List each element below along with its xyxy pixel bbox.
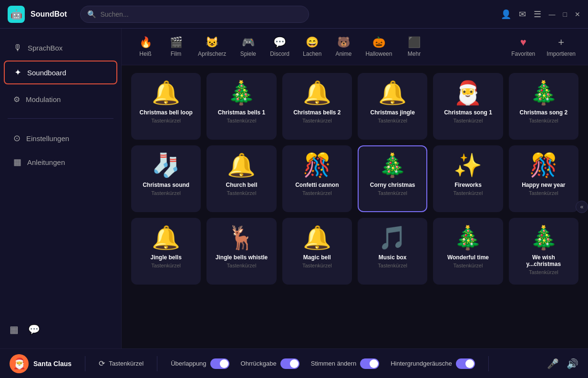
- sound-name-christmas-song-1: Christmas song 1: [444, 109, 492, 116]
- sound-card-christmas-song-2[interactable]: 🎄Christmas song 2Tastenkürzel: [509, 73, 578, 140]
- sound-card-christmas-sound[interactable]: 🧦Christmas soundTastenkürzel: [131, 145, 201, 212]
- sound-icon-christmas-sound: 🧦: [152, 154, 180, 177]
- halloween-icon: 🎃: [372, 36, 385, 49]
- sound-name-christmas-bells-1: Christmas bells 1: [218, 109, 265, 116]
- grid-icon[interactable]: ▦: [10, 324, 19, 335]
- mail-icon[interactable]: ✉: [519, 9, 526, 20]
- sound-card-jingle-bells[interactable]: 🔔Jingle bellsTastenkürzel: [131, 218, 201, 285]
- sound-icon-jingle-bells-whistle: 🦌: [227, 226, 256, 249]
- discord-icon: 💬: [273, 36, 286, 49]
- cat-tab-discord[interactable]: 💬 Discord: [264, 33, 295, 60]
- speaker-icon[interactable]: 🔊: [567, 358, 578, 369]
- chat-icon[interactable]: 💬: [28, 324, 40, 335]
- search-input[interactable]: [100, 10, 302, 18]
- sound-shortcut-wonderful-time: Tastenkürzel: [454, 263, 483, 268]
- ueberlappung-toggle[interactable]: [210, 358, 229, 369]
- maximize-button[interactable]: □: [563, 10, 567, 18]
- sound-card-happy-new-year[interactable]: 🎊Happy new yearTastenkürzel: [509, 145, 578, 212]
- cat-tab-mehr[interactable]: ⬛ Mehr: [400, 33, 428, 60]
- sound-shortcut-christmas-sound: Tastenkürzel: [151, 190, 181, 196]
- sidebar-divider: [8, 118, 113, 119]
- sound-icon-music-box: 🎵: [378, 226, 407, 249]
- sound-card-we-wish-christmas[interactable]: 🎄We wish y...christmasTastenkürzel: [509, 218, 578, 285]
- cat-tab-film[interactable]: 🎬 Film: [162, 33, 190, 60]
- collapse-button[interactable]: «: [576, 201, 588, 213]
- menu-icon[interactable]: ☰: [534, 9, 541, 20]
- sound-card-christmas-bells-2[interactable]: 🔔Christmas bells 2Tastenkürzel: [282, 73, 352, 140]
- ohrrueckgabe-toggle[interactable]: [280, 358, 299, 369]
- cat-label-lachen: Lachen: [303, 51, 321, 57]
- sidebar-item-sprachbox[interactable]: 🎙 SprachBox: [4, 37, 117, 59]
- games-icon: 🎮: [242, 36, 255, 49]
- user-info: 🎅 Santa Claus: [10, 354, 72, 373]
- sound-card-christmas-bell-loop[interactable]: 🔔Christmas bell loopTastenkürzel: [131, 73, 201, 140]
- stimmen-aendern-toggle[interactable]: [360, 358, 379, 369]
- hintergrundgeraeusche-toggle[interactable]: [456, 358, 475, 369]
- cat-tab-halloween[interactable]: 🎃 Halloween: [360, 33, 398, 60]
- modulation-icon: ⚙: [13, 95, 20, 104]
- sound-name-christmas-sound: Christmas sound: [143, 182, 189, 188]
- cat-label-heiss: Heiß: [139, 51, 151, 57]
- cat-tab-importieren[interactable]: + Importieren: [542, 33, 580, 60]
- sidebar-item-label-modulation: Modulation: [26, 95, 61, 103]
- cat-label-importieren: Importieren: [547, 51, 576, 57]
- cat-label-film: Film: [171, 51, 182, 57]
- sidebar-item-label-einstellungen: Einstellungen: [26, 134, 69, 143]
- sidebar-bottom: ▦ 💬: [0, 318, 121, 341]
- sound-card-church-bell[interactable]: 🔔Church bellTastenkürzel: [206, 145, 276, 212]
- sound-card-magic-bell[interactable]: 🔔Magic bellTastenkürzel: [282, 218, 352, 285]
- hintergrundgeraeusche-control: Hintergrundgeräusche: [391, 358, 475, 369]
- sound-shortcut-fireworks: Tastenkürzel: [454, 190, 483, 196]
- cat-tab-aprilscherz[interactable]: 😺 Aprilscherz: [192, 33, 232, 60]
- sound-shortcut-corny-christmas: Tastenkürzel: [378, 190, 407, 196]
- cat-tab-favoriten[interactable]: ♥ Favoriten: [506, 33, 540, 60]
- sidebar: 🎙 SprachBox ✦ Soundboard ⚙ Modulation ⊙ …: [0, 29, 122, 348]
- ohrrueckgabe-label: Ohrrückgabe: [241, 360, 277, 367]
- hintergrundgeraeusche-label: Hintergrundgeräusche: [391, 360, 452, 367]
- separator-2: [157, 356, 157, 371]
- sound-icon-christmas-bells-2: 🔔: [303, 82, 331, 104]
- sound-icon-christmas-song-1: 🎅: [454, 82, 482, 104]
- sound-card-corny-christmas[interactable]: 🎄Corny christmasTastenkürzel: [358, 145, 427, 212]
- sound-card-wonderful-time[interactable]: 🎄Wonderful timeTastenkürzel: [433, 218, 503, 285]
- sidebar-item-anleitungen[interactable]: ▦ Anleitungen: [4, 151, 117, 173]
- sound-card-fireworks[interactable]: ✨FireworksTastenkürzel: [433, 145, 503, 212]
- close-button[interactable]: ✕: [575, 10, 580, 18]
- cat-label-anime: Anime: [335, 51, 351, 57]
- sound-card-jingle-bells-whistle[interactable]: 🦌Jingle bells whistleTastenkürzel: [206, 218, 276, 285]
- sound-shortcut-magic-bell: Tastenkürzel: [302, 263, 332, 268]
- sound-card-christmas-song-1[interactable]: 🎅Christmas song 1Tastenkürzel: [433, 73, 503, 140]
- fire-icon: 🔥: [139, 36, 152, 49]
- sound-card-christmas-jingle[interactable]: 🔔Christmas jingleTastenkürzel: [358, 73, 427, 140]
- sound-icon-we-wish-christmas: 🎄: [529, 226, 558, 249]
- sound-card-christmas-bells-1[interactable]: 🎄Christmas bells 1Tastenkürzel: [206, 73, 276, 140]
- sound-name-christmas-song-2: Christmas song 2: [519, 109, 567, 116]
- cat-tab-lachen[interactable]: 😄 Lachen: [297, 33, 327, 60]
- search-bar[interactable]: 🔍: [80, 6, 309, 23]
- sound-grid-container[interactable]: 🔔Christmas bell loopTastenkürzel🎄Christm…: [122, 65, 588, 348]
- sound-shortcut-church-bell: Tastenkürzel: [227, 190, 257, 196]
- cat-tab-heiss[interactable]: 🔥 Heiß: [131, 33, 160, 60]
- bottom-bar: 🎅 Santa Claus ⟳ Tastenkürzel Überlappung…: [0, 348, 588, 378]
- cat-tab-spiele[interactable]: 🎮 Spiele: [234, 33, 262, 60]
- sidebar-item-soundboard[interactable]: ✦ Soundboard: [4, 61, 117, 84]
- sound-card-music-box[interactable]: 🎵Music boxTastenkürzel: [358, 218, 427, 285]
- bottom-right-icons: 🎤 🔊: [547, 358, 578, 369]
- cat-label-halloween: Halloween: [365, 51, 392, 57]
- sidebar-item-einstellungen[interactable]: ⊙ Einstellungen: [4, 127, 117, 149]
- separator-3: [488, 356, 489, 371]
- settings-icon: ⊙: [13, 133, 21, 143]
- sound-card-confetti-cannon[interactable]: 🎊Confetti cannonTastenkürzel: [282, 145, 352, 212]
- sound-name-christmas-jingle: Christmas jingle: [370, 109, 414, 116]
- sound-shortcut-music-box: Tastenkürzel: [378, 263, 407, 268]
- soundboard-icon: ✦: [14, 67, 21, 78]
- tastenkuerzel-control[interactable]: ⟳ Tastenkürzel: [99, 359, 144, 368]
- cat-tab-anime[interactable]: 🐻 Anime: [329, 33, 358, 60]
- import-icon: +: [558, 36, 564, 49]
- sound-shortcut-confetti-cannon: Tastenkürzel: [302, 190, 332, 196]
- mic-icon[interactable]: 🎤: [547, 358, 559, 369]
- sidebar-item-modulation[interactable]: ⚙ Modulation: [4, 89, 117, 110]
- titlebar: 🤖 SoundBot 🔍 👤 ✉ ☰ — □ ✕: [0, 0, 588, 29]
- user-icon[interactable]: 👤: [501, 9, 511, 20]
- minimize-button[interactable]: —: [549, 10, 556, 18]
